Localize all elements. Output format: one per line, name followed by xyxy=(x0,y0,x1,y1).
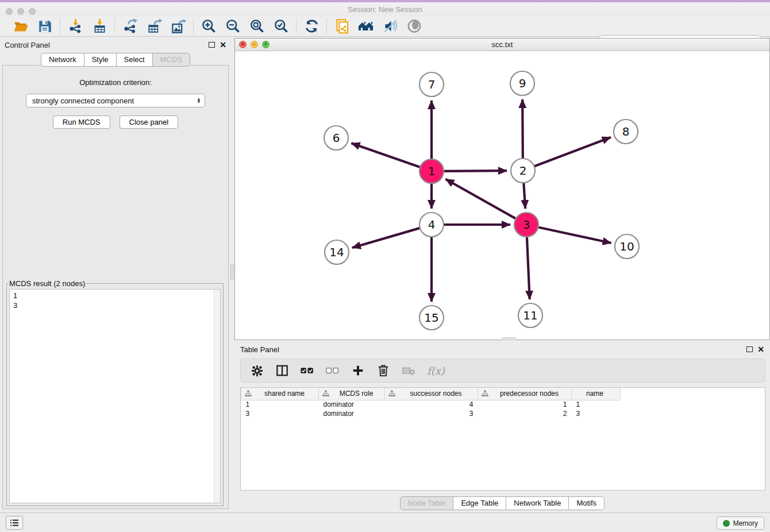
status-bar: Memory xyxy=(0,512,770,532)
column-header-shared-name[interactable]: shared name xyxy=(241,388,319,400)
zoom-out-icon[interactable] xyxy=(225,18,241,34)
network-canvas[interactable]: 7968124314101511 xyxy=(235,51,769,340)
edge-4-14[interactable] xyxy=(352,228,420,248)
node-8[interactable]: 8 xyxy=(614,119,638,144)
tab-motifs[interactable]: Motifs xyxy=(568,496,605,510)
tab-mcds[interactable]: MCDS xyxy=(152,53,190,67)
node-15[interactable]: 15 xyxy=(419,306,444,330)
node-14[interactable]: 14 xyxy=(325,240,349,264)
open-session-icon[interactable] xyxy=(13,18,29,34)
column-header-MCDS-role[interactable]: MCDS role xyxy=(319,388,385,400)
float-panel-icon[interactable] xyxy=(209,42,215,48)
birds-eye-icon[interactable] xyxy=(406,18,422,34)
svg-text:6: 6 xyxy=(333,131,340,145)
network-maximize-icon[interactable]: + xyxy=(262,41,270,48)
table-panel-title: Table Panel xyxy=(240,345,279,354)
close-table-panel-icon[interactable]: ✕ xyxy=(757,346,764,352)
edge-3-1[interactable] xyxy=(445,179,515,219)
tab-network[interactable]: Network xyxy=(41,53,84,67)
node-3[interactable]: 3 xyxy=(514,213,538,237)
tab-select[interactable]: Select xyxy=(116,53,153,67)
result-scrollbar[interactable] xyxy=(214,290,220,503)
table-options-icon[interactable] xyxy=(250,364,264,377)
node-2[interactable]: 2 xyxy=(511,159,535,183)
delete-table-icon[interactable] xyxy=(402,364,415,377)
add-column-icon[interactable] xyxy=(351,364,365,377)
node-4[interactable]: 4 xyxy=(419,213,444,237)
tab-network-table[interactable]: Network Table xyxy=(506,496,569,510)
zoom-selected-icon[interactable] xyxy=(273,18,289,34)
home-icon[interactable] xyxy=(358,18,374,34)
deselect-all-icon[interactable] xyxy=(326,364,340,377)
function-builder-icon[interactable]: f(x) xyxy=(427,365,445,377)
edge-2-9[interactable] xyxy=(522,99,523,159)
delete-column-icon[interactable] xyxy=(376,364,390,377)
svg-text:14: 14 xyxy=(329,245,344,259)
clone-network-icon[interactable] xyxy=(334,18,350,34)
close-panel-icon[interactable]: ✕ xyxy=(220,42,226,48)
import-table-icon[interactable] xyxy=(91,18,107,34)
run-mcds-button[interactable]: Run MCDS xyxy=(53,115,110,129)
list-icon xyxy=(10,519,19,527)
show-columns-icon[interactable] xyxy=(275,364,289,377)
node-1[interactable]: 1 xyxy=(419,159,444,183)
import-network-icon[interactable] xyxy=(67,18,83,34)
svg-text:9: 9 xyxy=(519,76,526,90)
window-controls[interactable] xyxy=(6,8,36,15)
table-row[interactable]: 1dominator411 xyxy=(241,400,621,409)
node-7[interactable]: 7 xyxy=(419,72,444,97)
export-network-icon[interactable] xyxy=(122,18,138,34)
table-row[interactable]: 3dominator323 xyxy=(241,409,621,418)
column-header-successor-nodes[interactable]: successor nodes xyxy=(385,388,478,400)
mcds-result-box: MCDS result (2 nodes) 1 3 xyxy=(6,279,224,506)
save-session-icon[interactable] xyxy=(37,18,53,34)
combo-stepper-icon: ▲▼ xyxy=(197,98,201,103)
float-table-panel-icon[interactable] xyxy=(746,346,753,352)
mcds-result-text: 1 3 xyxy=(13,291,212,503)
export-table-icon[interactable] xyxy=(146,18,162,34)
edge-3-10[interactable] xyxy=(538,227,611,243)
org-chart-icon xyxy=(245,390,252,397)
edge-2-8[interactable] xyxy=(534,137,611,167)
zoom-in-icon[interactable] xyxy=(201,18,217,34)
tab-edge-table[interactable]: Edge Table xyxy=(453,496,506,510)
network-close-icon[interactable]: ✕ xyxy=(239,41,247,48)
vertical-splitter[interactable] xyxy=(230,37,234,512)
graphics-details-icon[interactable] xyxy=(382,18,398,34)
edge-1-6[interactable] xyxy=(351,143,420,167)
close-panel-button[interactable]: Close panel xyxy=(120,115,179,129)
node-6[interactable]: 6 xyxy=(324,126,348,150)
edge-1-2[interactable] xyxy=(444,171,507,171)
network-window-titlebar[interactable]: ✕ − + scc.txt xyxy=(235,38,769,51)
network-title: scc.txt xyxy=(492,40,513,49)
select-all-icon[interactable] xyxy=(301,364,314,377)
cell: 1 xyxy=(478,400,572,409)
table-toolbar: f(x) xyxy=(240,358,765,383)
criterion-value: strongly connected component xyxy=(32,97,134,105)
table-tabs: Node TableEdge TableNetwork TableMotifs xyxy=(234,496,770,510)
column-header-name[interactable]: name xyxy=(572,388,621,400)
export-image-icon[interactable] xyxy=(170,18,186,34)
org-chart-icon xyxy=(482,390,488,397)
apply-layout-icon[interactable] xyxy=(303,18,319,34)
node-9[interactable]: 9 xyxy=(510,71,534,95)
tab-style[interactable]: Style xyxy=(84,53,117,67)
node-11[interactable]: 11 xyxy=(518,303,542,327)
edge-3-11[interactable] xyxy=(527,237,530,299)
control-panel-title: Control Panel xyxy=(5,41,50,49)
node-10[interactable]: 10 xyxy=(615,234,639,259)
memory-button[interactable]: Memory xyxy=(717,516,764,530)
optimization-criterion-label: Optimization criterion: xyxy=(3,78,228,87)
network-minimize-icon[interactable]: − xyxy=(251,41,258,48)
app-titlebar: Session: New Session xyxy=(0,2,770,16)
column-header-predecessor-nodes[interactable]: predecessor nodes xyxy=(478,388,572,400)
zoom-fit-icon[interactable] xyxy=(249,18,265,34)
horizontal-splitter-grip[interactable] xyxy=(502,337,516,340)
task-history-button[interactable] xyxy=(6,516,23,530)
svg-text:15: 15 xyxy=(424,311,438,325)
edge-2-3[interactable] xyxy=(523,183,525,209)
tab-node-table[interactable]: Node Table xyxy=(400,496,454,510)
node-table-container[interactable]: shared nameMCDS rolesuccessor nodesprede… xyxy=(240,387,765,491)
criterion-select[interactable]: strongly connected component ▲▼ xyxy=(26,94,205,107)
mcds-result-area[interactable]: 1 3 xyxy=(9,289,221,503)
